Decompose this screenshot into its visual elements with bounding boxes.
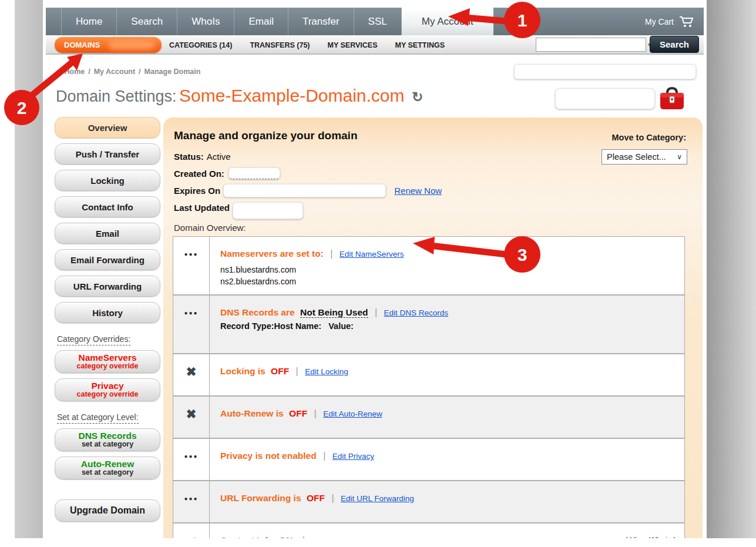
domain-overview-label: Domain Overview: bbox=[174, 223, 693, 233]
sidebar-item-locking[interactable]: Locking bbox=[55, 170, 160, 191]
dots-icon: ●●● bbox=[184, 251, 198, 257]
view-whois-link[interactable]: View Whois bbox=[630, 535, 671, 538]
sidebar-item-privacy-override[interactable]: Privacy category override bbox=[55, 378, 160, 401]
sidebar-item-contact-info[interactable]: Contact Info bbox=[55, 196, 160, 217]
breadcrumb-my-account[interactable]: My Account bbox=[94, 68, 135, 76]
check-icon: ✔ bbox=[185, 536, 197, 538]
page: Home Search WhoIs Email Transfer SSL My … bbox=[43, 0, 707, 538]
nameserver-list: ns1.bluestardns.com ns2.bluestardns.com bbox=[220, 264, 676, 287]
upgrade-domain-button[interactable]: Upgrade Domain bbox=[55, 499, 160, 522]
table-row-auto-renew: ✖ Auto-Renew is OFF | Edit Auto-Renew bbox=[173, 397, 684, 439]
row-body: Locking is OFF | Edit Locking bbox=[210, 354, 684, 395]
row-title: DNS Records are bbox=[220, 307, 295, 317]
breadcrumb-home[interactable]: Home bbox=[64, 68, 85, 76]
tab-my-account[interactable]: My Account bbox=[402, 8, 493, 35]
expires-label: Expires On bbox=[174, 186, 220, 196]
tab-email[interactable]: Email bbox=[234, 8, 288, 35]
edit-nameservers-link[interactable]: Edit NameServers bbox=[340, 250, 404, 259]
separator: | bbox=[375, 307, 377, 317]
sidebar-item-history[interactable]: History bbox=[55, 302, 160, 323]
subnav-items: CATEGORIES (14) TRANSFERS (75) MY SERVIC… bbox=[169, 35, 445, 55]
subnav-item-domains[interactable]: DOMAINS bbox=[55, 37, 162, 53]
nav-spacer bbox=[46, 8, 61, 35]
tab-ssl[interactable]: SSL bbox=[354, 8, 402, 35]
sidebar-item-push-transfer[interactable]: Push / Transfer bbox=[55, 143, 160, 165]
search-button[interactable]: Search bbox=[650, 36, 699, 53]
privacy-override-subtitle: category override bbox=[77, 391, 139, 398]
tab-transfer[interactable]: Transfer bbox=[288, 8, 354, 35]
row-title: Auto-Renew is bbox=[220, 408, 284, 418]
domain-overview-table: ●●● Nameservers are set to: | Edit NameS… bbox=[173, 236, 685, 538]
edit-url-forwarding-link[interactable]: Edit URL Forwarding bbox=[341, 494, 414, 503]
tab-home[interactable]: Home bbox=[61, 8, 117, 35]
status-badge: OFF bbox=[307, 493, 325, 503]
renew-now-link[interactable]: Renew Now bbox=[394, 186, 442, 196]
domains-label: DOMAINS bbox=[64, 41, 100, 49]
nameserver-1: ns1.bluestardns.com bbox=[220, 264, 676, 276]
edit-auto-renew-link[interactable]: Edit Auto-Renew bbox=[323, 410, 382, 418]
subnav-item-transfers[interactable]: TRANSFERS (75) bbox=[250, 41, 310, 49]
dots-icon: ●●● bbox=[184, 453, 198, 459]
table-row-locking: ✖ Locking is OFF | Edit Locking bbox=[173, 354, 684, 397]
search-input[interactable] bbox=[536, 38, 647, 51]
privacy-override-title: Privacy bbox=[91, 381, 123, 391]
status-label: Status: bbox=[174, 152, 204, 162]
tab-whois[interactable]: WhoIs bbox=[177, 8, 234, 35]
separator: | bbox=[296, 366, 298, 376]
redaction-box bbox=[555, 88, 655, 109]
category-select[interactable]: Please Select... ∨ bbox=[602, 149, 687, 165]
redaction-box bbox=[514, 64, 696, 79]
nameservers-override-subtitle: category override bbox=[77, 363, 139, 370]
table-row-dns-records: ●●● DNS Records are Not Being Used | Edi… bbox=[173, 296, 684, 354]
paren-open: ( bbox=[625, 535, 628, 538]
separator: | bbox=[331, 493, 334, 503]
row-body: DNS Records are Not Being Used | Edit DN… bbox=[210, 296, 684, 353]
sidebar-item-email[interactable]: Email bbox=[55, 223, 160, 244]
sidebar-item-auto-renew-category[interactable]: Auto-Renew set at category bbox=[55, 457, 160, 479]
view-whois-wrap: ( View Whois ) bbox=[625, 535, 676, 538]
page-title-label: Domain Settings: bbox=[56, 88, 177, 105]
edit-dns-records-link[interactable]: Edit DNS Records bbox=[384, 308, 449, 317]
dots-icon: ●●● bbox=[184, 310, 198, 316]
sidebar: Overview Push / Transfer Locking Contact… bbox=[55, 117, 162, 527]
row-title: URL Forwarding is bbox=[220, 493, 301, 503]
row-body: Auto-Renew is OFF | Edit Auto-Renew bbox=[210, 397, 684, 438]
redaction-box bbox=[233, 202, 303, 219]
redacted-domains-count bbox=[109, 40, 154, 49]
row-icon-cell: ✔ bbox=[173, 523, 210, 538]
domain-settings-panel: Manage and organize your domain Status: … bbox=[163, 118, 703, 538]
tab-search[interactable]: Search bbox=[117, 8, 177, 35]
category-select-value: Please Select... bbox=[607, 152, 666, 162]
subnav-item-categories[interactable]: CATEGORIES (14) bbox=[169, 41, 232, 49]
sidebar-item-nameservers-override[interactable]: NameServers category override bbox=[55, 350, 160, 373]
auto-renew-category-title: Auto-Renew bbox=[81, 459, 134, 469]
edit-privacy-link[interactable]: Edit Privacy bbox=[332, 452, 374, 461]
row-title: Privacy is not enabled bbox=[220, 451, 317, 461]
row-icon-cell: ●●● bbox=[173, 296, 210, 353]
refresh-icon[interactable]: ↻ bbox=[412, 89, 423, 105]
nameservers-override-title: NameServers bbox=[78, 353, 136, 363]
edit-locking-link[interactable]: Edit Locking bbox=[305, 367, 348, 376]
toolbox-icon[interactable] bbox=[658, 86, 686, 112]
chevron-down-icon: ∨ bbox=[677, 153, 682, 161]
separator: | bbox=[330, 249, 332, 259]
dns-records-category-title: DNS Records bbox=[78, 431, 136, 441]
auto-renew-category-subtitle: set at category bbox=[82, 469, 133, 476]
row-body: Privacy is not enabled | Edit Privacy bbox=[210, 439, 684, 480]
sidebar-item-email-forwarding[interactable]: Email Forwarding bbox=[55, 249, 160, 270]
sidebar-item-url-forwarding[interactable]: URL Forwarding bbox=[55, 276, 160, 297]
sidebar-item-dns-records-category[interactable]: DNS Records set at category bbox=[55, 428, 160, 451]
table-row-url-forwarding: ●●● URL Forwarding is OFF | Edit URL For… bbox=[173, 481, 684, 523]
row-body: URL Forwarding is OFF | Edit URL Forward… bbox=[210, 481, 684, 522]
updated-label: Last Updated bbox=[174, 203, 230, 213]
breadcrumb-sep: / bbox=[139, 68, 140, 76]
subnav-item-my-services[interactable]: MY SERVICES bbox=[328, 41, 378, 49]
edit-contact-info-link[interactable]: Edit Contact Info bbox=[311, 536, 370, 538]
redaction-box bbox=[229, 167, 280, 179]
subnav-item-my-settings[interactable]: MY SETTINGS bbox=[395, 41, 445, 49]
my-cart-button[interactable]: My Cart bbox=[645, 8, 694, 35]
my-cart-label: My Cart bbox=[645, 17, 674, 26]
row-icon-cell: ●●● bbox=[173, 481, 210, 522]
paren-close: ) bbox=[674, 535, 677, 538]
sidebar-item-overview[interactable]: Overview bbox=[55, 117, 160, 138]
